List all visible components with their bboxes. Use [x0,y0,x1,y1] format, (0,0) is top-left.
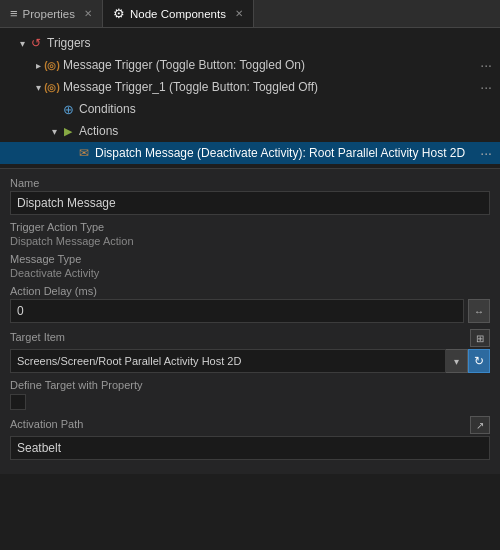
triggers-arrow [16,37,28,49]
actions-label: Actions [79,124,118,138]
target-item-label: Target Item [10,331,470,343]
msg-trigger-2-menu[interactable]: ··· [476,79,496,95]
tab-node-components-close[interactable]: ✕ [235,8,243,19]
tab-properties-label: Properties [23,8,75,20]
action-delay-row: 0 ↔ [10,299,490,323]
target-item-browse-btn[interactable]: ⊞ [470,329,490,347]
msg-trigger-2-arrow [32,81,44,93]
tree-row-dispatch[interactable]: ✉ Dispatch Message (Deactivate Activity)… [0,142,500,164]
msg-trigger-1-icon: (◎) [44,57,60,73]
define-target-label: Define Target with Property [10,379,490,391]
triggers-label: Triggers [47,36,91,50]
field-group-name: Name Dispatch Message [10,177,490,215]
target-item-nav-btn[interactable]: ↻ [468,349,490,373]
msg-trigger-1-menu[interactable]: ··· [476,57,496,73]
message-type-label: Message Type [10,253,490,265]
tree-row-conditions[interactable]: ⊕ Conditions [0,98,500,120]
conditions-label: Conditions [79,102,136,116]
define-target-checkbox[interactable] [10,394,26,410]
tab-node-components[interactable]: ⚙ Node Components ✕ [103,0,254,27]
field-group-message-type: Message Type Deactivate Activity [10,253,490,279]
tree-container: ↺ Triggers (◎) Message Trigger (Toggle B… [0,28,500,168]
action-delay-value: 0 [17,304,24,318]
dispatch-menu[interactable]: ··· [476,145,496,161]
node-components-icon: ⚙ [113,6,125,21]
target-item-select[interactable]: Screens/Screen/Root Parallel Activity Ho… [10,349,446,373]
field-group-action-delay: Action Delay (ms) 0 ↔ [10,285,490,323]
define-target-checkbox-area [10,394,490,410]
field-group-trigger-action: Trigger Action Type Dispatch Message Act… [10,221,490,247]
activation-path-input[interactable]: Seatbelt [10,436,490,460]
triggers-icon: ↺ [28,35,44,51]
properties-icon: ≡ [10,6,18,21]
tree-row-triggers[interactable]: ↺ Triggers [0,32,500,54]
tree-row-actions[interactable]: ▶ Actions [0,120,500,142]
conditions-arrow [48,103,60,115]
msg-trigger-1-arrow [32,59,44,71]
conditions-icon: ⊕ [60,101,76,117]
action-delay-input[interactable]: 0 [10,299,464,323]
tab-properties[interactable]: ≡ Properties ✕ [0,0,103,27]
actions-icon: ▶ [60,123,76,139]
name-input[interactable]: Dispatch Message [10,191,490,215]
field-group-activation-path: Activation Path ↗ Seatbelt [10,416,490,460]
action-delay-label: Action Delay (ms) [10,285,490,297]
tab-properties-close[interactable]: ✕ [84,8,92,19]
dispatch-arrow [64,147,76,159]
tree-row-msg-trigger-1[interactable]: (◎) Message Trigger (Toggle Button: Togg… [0,54,500,76]
msg-trigger-2-icon: (◎) [44,79,60,95]
dispatch-icon: ✉ [76,145,92,161]
dispatch-label: Dispatch Message (Deactivate Activity): … [95,146,476,160]
name-label: Name [10,177,490,189]
trigger-action-label: Trigger Action Type [10,221,490,233]
actions-arrow [48,125,60,137]
tab-node-components-label: Node Components [130,8,226,20]
msg-trigger-2-label: Message Trigger_1 (Toggle Button: Toggle… [63,80,318,94]
target-item-value: Screens/Screen/Root Parallel Activity Ho… [17,355,241,367]
field-group-target-item: Target Item ⊞ Screens/Screen/Root Parall… [10,329,490,373]
target-item-row: Screens/Screen/Root Parallel Activity Ho… [10,349,490,373]
trigger-action-value: Dispatch Message Action [10,235,490,247]
detail-panel: Name Dispatch Message Trigger Action Typ… [0,168,500,474]
activation-path-label: Activation Path [10,418,470,430]
msg-trigger-1-label: Message Trigger (Toggle Button: Toggled … [63,58,305,72]
activation-path-value: Seatbelt [17,441,61,455]
target-item-dropdown-btn[interactable]: ▾ [446,349,468,373]
tree-row-msg-trigger-2[interactable]: (◎) Message Trigger_1 (Toggle Button: To… [0,76,500,98]
message-type-value: Deactivate Activity [10,267,490,279]
field-group-define-target: Define Target with Property [10,379,490,410]
name-value: Dispatch Message [17,196,116,210]
action-delay-arrows-btn[interactable]: ↔ [468,299,490,323]
activation-path-browse-btn[interactable]: ↗ [470,416,490,434]
tab-bar: ≡ Properties ✕ ⚙ Node Components ✕ [0,0,500,28]
